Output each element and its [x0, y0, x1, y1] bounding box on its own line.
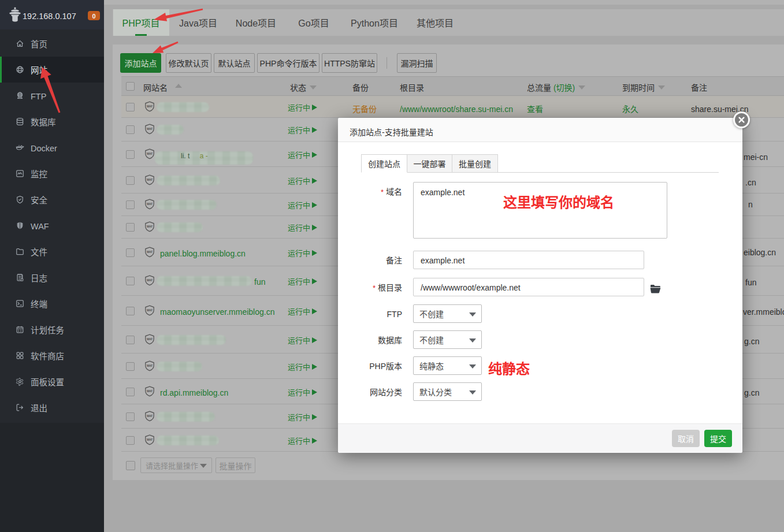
- svg-text:WAF: WAF: [147, 438, 153, 441]
- svg-text:WAF: WAF: [147, 390, 153, 393]
- svg-text:WAF: WAF: [147, 128, 153, 131]
- svg-text:WAF: WAF: [147, 203, 153, 206]
- svg-text:WAF: WAF: [147, 178, 153, 181]
- svg-text:WAF: WAF: [147, 415, 153, 418]
- svg-text:WAF: WAF: [147, 279, 153, 282]
- svg-text:WAF: WAF: [147, 309, 153, 312]
- svg-text:WAF: WAF: [147, 152, 153, 155]
- svg-text:WAF: WAF: [147, 251, 153, 254]
- svg-text:WAF: WAF: [147, 225, 153, 228]
- svg-text:WAF: WAF: [147, 105, 153, 108]
- svg-text:WAF: WAF: [147, 364, 153, 367]
- svg-text:WAF: WAF: [147, 338, 153, 341]
